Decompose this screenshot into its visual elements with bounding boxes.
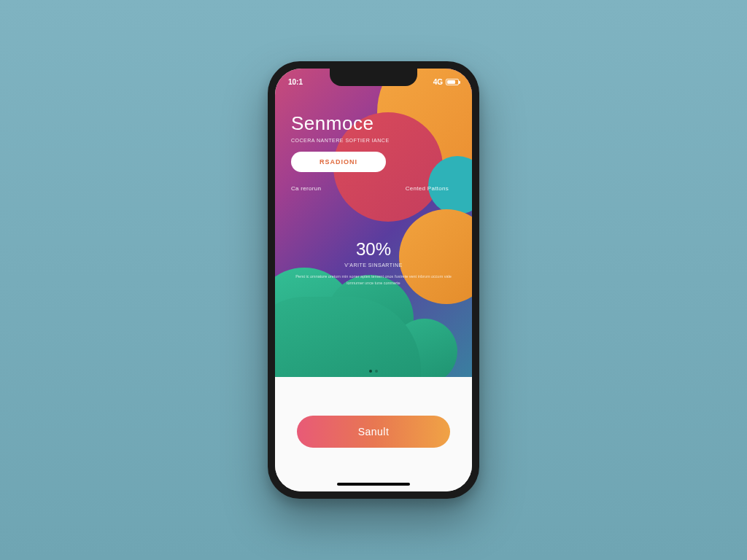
- indicator-dot: [375, 370, 378, 373]
- home-indicator[interactable]: [337, 483, 410, 486]
- link-left[interactable]: Ca rerorun: [291, 185, 321, 192]
- app-subtitle: COCERA NANTERE SOFTIER IANCE: [291, 138, 456, 143]
- battery-icon: [446, 79, 459, 85]
- status-right: 4G: [433, 78, 459, 86]
- metric-label: V'ARITE SINSARTINE: [291, 262, 456, 268]
- status-time: 10:1: [288, 78, 303, 86]
- pill-button[interactable]: RSADIONI: [291, 152, 386, 172]
- link-row: Ca rerorun Cented Pattons: [291, 185, 456, 192]
- phone-frame: 10:1 4G Senmoce COCERA NANTERE SOFTIER I…: [268, 61, 479, 499]
- indicator-dot: [369, 370, 372, 373]
- metric-desc: Perst ic omnature oretum min soner aptes…: [291, 273, 456, 287]
- bottom-panel: Sanult: [275, 377, 472, 491]
- link-right[interactable]: Cented Pattons: [406, 185, 449, 192]
- phone-screen: 10:1 4G Senmoce COCERA NANTERE SOFTIER I…: [275, 69, 472, 491]
- metric-block: 30% V'ARITE SINSARTINE Perst ic omnature…: [291, 239, 456, 287]
- page-indicator[interactable]: [369, 370, 378, 373]
- primary-cta-button[interactable]: Sanult: [297, 416, 451, 448]
- status-network: 4G: [433, 78, 443, 86]
- metric-value: 30%: [291, 239, 456, 260]
- hero-section: Senmoce COCERA NANTERE SOFTIER IANCE RSA…: [275, 69, 472, 377]
- hero-content: Senmoce COCERA NANTERE SOFTIER IANCE RSA…: [275, 69, 472, 377]
- device-notch: [330, 69, 417, 86]
- app-title: Senmoce: [291, 112, 456, 135]
